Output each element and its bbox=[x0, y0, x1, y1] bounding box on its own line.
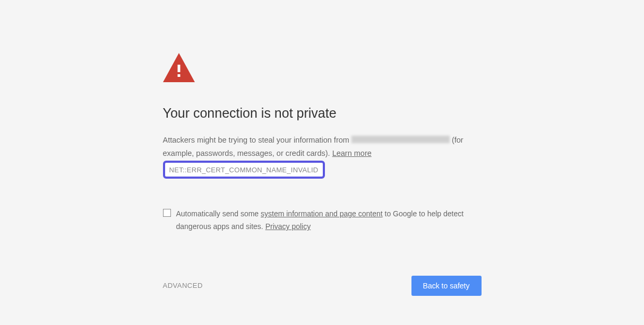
report-prefix: Automatically send some bbox=[176, 209, 261, 218]
error-code-highlight: NET::ERR_CERT_COMMON_NAME_INVALID bbox=[163, 161, 325, 179]
ssl-warning-interstitial: Your connection is not private Attackers… bbox=[163, 0, 482, 296]
learn-more-link[interactable]: Learn more bbox=[332, 149, 372, 157]
action-row: ADVANCED Back to safety bbox=[163, 276, 482, 296]
body-prefix: Attackers might be trying to steal your … bbox=[163, 136, 351, 144]
system-info-link[interactable]: system information and page content bbox=[261, 209, 383, 218]
svg-rect-1 bbox=[177, 65, 180, 72]
advanced-button[interactable]: ADVANCED bbox=[163, 282, 203, 289]
page-title: Your connection is not private bbox=[163, 106, 482, 121]
svg-rect-2 bbox=[177, 74, 180, 77]
reporting-text: Automatically send some system informati… bbox=[176, 208, 482, 233]
reporting-opt-in: Automatically send some system informati… bbox=[163, 208, 482, 233]
back-to-safety-button[interactable]: Back to safety bbox=[411, 276, 482, 296]
privacy-policy-link[interactable]: Privacy policy bbox=[265, 222, 311, 231]
warning-body: Attackers might be trying to steal your … bbox=[163, 134, 482, 160]
warning-triangle-icon bbox=[163, 53, 482, 84]
redacted-hostname bbox=[351, 136, 450, 143]
error-code: NET::ERR_CERT_COMMON_NAME_INVALID bbox=[169, 166, 319, 174]
reporting-checkbox[interactable] bbox=[163, 209, 171, 217]
